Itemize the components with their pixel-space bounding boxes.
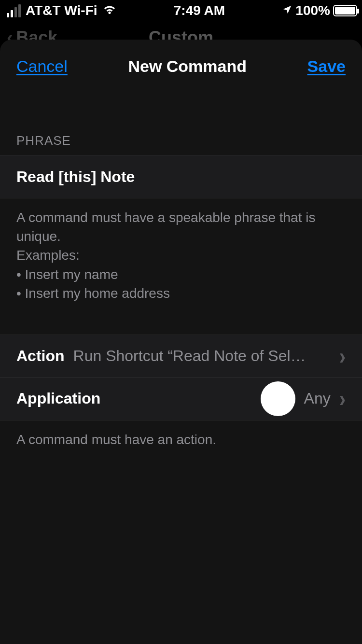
chevron-right-icon: ›	[339, 343, 346, 369]
location-icon	[282, 3, 292, 18]
application-icon	[261, 381, 295, 416]
action-label: Action	[16, 347, 65, 365]
wifi-icon	[102, 3, 117, 18]
clock: 7:49 AM	[174, 3, 225, 18]
modal-title: New Command	[128, 57, 247, 76]
action-footer: A command must have an action.	[0, 420, 362, 462]
cancel-button[interactable]: Cancel	[16, 57, 68, 76]
application-value: Any	[304, 390, 331, 407]
action-value: Run Shortcut “Read Note of Sel…	[73, 347, 331, 365]
save-button[interactable]: Save	[307, 57, 346, 76]
application-label: Application	[16, 390, 100, 407]
phrase-footer: A command must have a speakable phrase t…	[0, 198, 362, 316]
phrase-section-header: PHRASE	[0, 93, 362, 155]
cellular-signal-icon	[7, 4, 21, 17]
chevron-right-icon: ›	[339, 386, 346, 412]
new-command-sheet: Cancel New Command Save PHRASE A command…	[0, 40, 362, 644]
modal-header: Cancel New Command Save	[0, 40, 362, 93]
battery-icon	[333, 5, 357, 16]
action-row[interactable]: Action Run Shortcut “Read Note of Sel… ›	[0, 335, 362, 378]
status-bar: AT&T Wi-Fi 7:49 AM 100%	[0, 0, 362, 21]
application-row[interactable]: Application Any ›	[0, 378, 362, 420]
battery-pct: 100%	[295, 3, 330, 18]
phrase-input[interactable]	[16, 168, 346, 186]
phrase-cell[interactable]	[0, 155, 362, 198]
carrier-label: AT&T Wi-Fi	[26, 3, 97, 18]
